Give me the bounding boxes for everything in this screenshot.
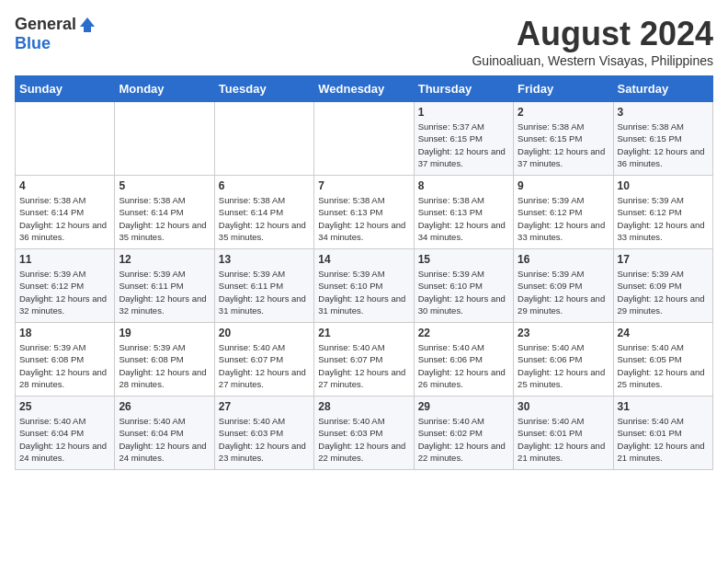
calendar-cell: 19Sunrise: 5:39 AM Sunset: 6:08 PM Dayli… [115, 323, 214, 396]
day-number: 23 [518, 327, 609, 339]
day-number: 1 [418, 106, 509, 119]
day-number: 5 [119, 179, 210, 192]
calendar-cell: 20Sunrise: 5:40 AM Sunset: 6:07 PM Dayli… [214, 323, 313, 396]
calendar-cell: 9Sunrise: 5:39 AM Sunset: 6:12 PM Daylig… [514, 176, 613, 249]
day-number: 16 [518, 253, 609, 266]
day-content: Sunrise: 5:38 AM Sunset: 6:14 PM Dayligh… [19, 194, 110, 243]
day-content: Sunrise: 5:38 AM Sunset: 6:14 PM Dayligh… [219, 194, 310, 243]
day-content: Sunrise: 5:40 AM Sunset: 6:01 PM Dayligh… [518, 415, 609, 464]
day-number: 28 [318, 400, 409, 413]
day-content: Sunrise: 5:39 AM Sunset: 6:09 PM Dayligh… [518, 268, 609, 316]
weekday-header-saturday: Saturday [613, 76, 712, 102]
day-content: Sunrise: 5:39 AM Sunset: 6:09 PM Dayligh… [618, 268, 709, 316]
day-content: Sunrise: 5:39 AM Sunset: 6:11 PM Dayligh… [119, 268, 210, 316]
day-content: Sunrise: 5:40 AM Sunset: 6:07 PM Dayligh… [318, 341, 409, 390]
calendar-cell [115, 102, 214, 176]
calendar-cell: 15Sunrise: 5:39 AM Sunset: 6:10 PM Dayli… [414, 249, 513, 323]
day-content: Sunrise: 5:40 AM Sunset: 6:06 PM Dayligh… [518, 341, 609, 390]
day-content: Sunrise: 5:39 AM Sunset: 6:08 PM Dayligh… [119, 341, 210, 390]
calendar-cell: 23Sunrise: 5:40 AM Sunset: 6:06 PM Dayli… [514, 323, 613, 396]
day-number: 6 [219, 179, 310, 192]
day-number: 30 [518, 400, 609, 413]
day-number: 4 [19, 179, 110, 192]
calendar-cell: 29Sunrise: 5:40 AM Sunset: 6:02 PM Dayli… [414, 396, 513, 470]
day-number: 26 [119, 400, 210, 413]
calendar-header: SundayMondayTuesdayWednesdayThursdayFrid… [16, 76, 713, 102]
calendar-cell: 2Sunrise: 5:38 AM Sunset: 6:15 PM Daylig… [514, 102, 613, 176]
calendar-cell: 14Sunrise: 5:39 AM Sunset: 6:10 PM Dayli… [314, 249, 414, 323]
svg-marker-0 [80, 17, 95, 32]
day-number: 3 [618, 106, 709, 119]
calendar-cell: 17Sunrise: 5:39 AM Sunset: 6:09 PM Dayli… [613, 249, 712, 323]
calendar-cell: 4Sunrise: 5:38 AM Sunset: 6:14 PM Daylig… [16, 176, 115, 249]
calendar-cell: 31Sunrise: 5:40 AM Sunset: 6:01 PM Dayli… [613, 396, 712, 470]
calendar-cell: 8Sunrise: 5:38 AM Sunset: 6:13 PM Daylig… [414, 176, 513, 249]
calendar-week-1: 1Sunrise: 5:37 AM Sunset: 6:15 PM Daylig… [16, 102, 713, 176]
day-content: Sunrise: 5:38 AM Sunset: 6:13 PM Dayligh… [418, 194, 509, 243]
calendar-week-5: 25Sunrise: 5:40 AM Sunset: 6:04 PM Dayli… [16, 396, 713, 470]
day-content: Sunrise: 5:38 AM Sunset: 6:13 PM Dayligh… [318, 194, 409, 243]
calendar-cell: 7Sunrise: 5:38 AM Sunset: 6:13 PM Daylig… [314, 176, 414, 249]
weekday-header-friday: Friday [514, 76, 613, 102]
day-number: 17 [618, 253, 709, 266]
day-number: 2 [518, 106, 609, 119]
calendar-cell: 24Sunrise: 5:40 AM Sunset: 6:05 PM Dayli… [613, 323, 712, 396]
calendar-cell [214, 102, 313, 176]
day-number: 12 [119, 253, 210, 266]
day-content: Sunrise: 5:40 AM Sunset: 6:03 PM Dayligh… [219, 415, 310, 464]
page-header: General Blue August 2024 Guinoaliuan, We… [15, 15, 713, 68]
calendar-cell: 26Sunrise: 5:40 AM Sunset: 6:04 PM Dayli… [115, 396, 214, 470]
calendar-cell [16, 102, 115, 176]
calendar-cell: 25Sunrise: 5:40 AM Sunset: 6:04 PM Dayli… [16, 396, 115, 470]
day-content: Sunrise: 5:40 AM Sunset: 6:02 PM Dayligh… [418, 415, 509, 464]
day-number: 19 [119, 327, 210, 339]
day-content: Sunrise: 5:40 AM Sunset: 6:05 PM Dayligh… [618, 341, 709, 390]
calendar-cell: 6Sunrise: 5:38 AM Sunset: 6:14 PM Daylig… [214, 176, 313, 249]
day-content: Sunrise: 5:40 AM Sunset: 6:03 PM Dayligh… [318, 415, 409, 464]
calendar-cell: 13Sunrise: 5:39 AM Sunset: 6:11 PM Dayli… [214, 249, 313, 323]
day-content: Sunrise: 5:39 AM Sunset: 6:11 PM Dayligh… [219, 268, 310, 316]
day-content: Sunrise: 5:39 AM Sunset: 6:12 PM Dayligh… [19, 268, 110, 316]
day-content: Sunrise: 5:40 AM Sunset: 6:01 PM Dayligh… [618, 415, 709, 464]
day-content: Sunrise: 5:39 AM Sunset: 6:08 PM Dayligh… [19, 341, 110, 390]
weekday-header-thursday: Thursday [414, 76, 513, 102]
day-content: Sunrise: 5:38 AM Sunset: 6:15 PM Dayligh… [618, 121, 709, 169]
logo-general-text: General [15, 15, 76, 34]
day-content: Sunrise: 5:37 AM Sunset: 6:15 PM Dayligh… [418, 121, 509, 169]
weekday-header-tuesday: Tuesday [214, 76, 313, 102]
location-subtitle: Guinoaliuan, Western Visayas, Philippine… [472, 53, 713, 68]
calendar-cell: 21Sunrise: 5:40 AM Sunset: 6:07 PM Dayli… [314, 323, 414, 396]
month-title: August 2024 [472, 15, 713, 53]
day-number: 18 [19, 327, 110, 339]
day-number: 21 [318, 327, 409, 339]
weekday-header-monday: Monday [115, 76, 214, 102]
logo-icon [78, 16, 97, 34]
calendar-table: SundayMondayTuesdayWednesdayThursdayFrid… [15, 75, 713, 470]
day-number: 22 [418, 327, 509, 339]
calendar-cell: 11Sunrise: 5:39 AM Sunset: 6:12 PM Dayli… [16, 249, 115, 323]
calendar-week-3: 11Sunrise: 5:39 AM Sunset: 6:12 PM Dayli… [16, 249, 713, 323]
day-content: Sunrise: 5:39 AM Sunset: 6:10 PM Dayligh… [318, 268, 409, 316]
calendar-cell: 18Sunrise: 5:39 AM Sunset: 6:08 PM Dayli… [16, 323, 115, 396]
logo: General Blue [15, 15, 97, 53]
calendar-cell: 5Sunrise: 5:38 AM Sunset: 6:14 PM Daylig… [115, 176, 214, 249]
weekday-header-sunday: Sunday [16, 76, 115, 102]
day-number: 24 [618, 327, 709, 339]
calendar-week-2: 4Sunrise: 5:38 AM Sunset: 6:14 PM Daylig… [16, 176, 713, 249]
day-number: 14 [318, 253, 409, 266]
title-area: August 2024 Guinoaliuan, Western Visayas… [472, 15, 713, 68]
day-content: Sunrise: 5:38 AM Sunset: 6:15 PM Dayligh… [518, 121, 609, 169]
calendar-cell: 28Sunrise: 5:40 AM Sunset: 6:03 PM Dayli… [314, 396, 414, 470]
day-number: 15 [418, 253, 509, 266]
day-number: 29 [418, 400, 509, 413]
day-number: 11 [19, 253, 110, 266]
calendar-cell: 30Sunrise: 5:40 AM Sunset: 6:01 PM Dayli… [514, 396, 613, 470]
day-content: Sunrise: 5:40 AM Sunset: 6:07 PM Dayligh… [219, 341, 310, 390]
logo-blue-text: Blue [15, 34, 51, 53]
day-number: 8 [418, 179, 509, 192]
day-content: Sunrise: 5:40 AM Sunset: 6:06 PM Dayligh… [418, 341, 509, 390]
weekday-row: SundayMondayTuesdayWednesdayThursdayFrid… [16, 76, 713, 102]
calendar-week-4: 18Sunrise: 5:39 AM Sunset: 6:08 PM Dayli… [16, 323, 713, 396]
day-number: 20 [219, 327, 310, 339]
day-number: 13 [219, 253, 310, 266]
